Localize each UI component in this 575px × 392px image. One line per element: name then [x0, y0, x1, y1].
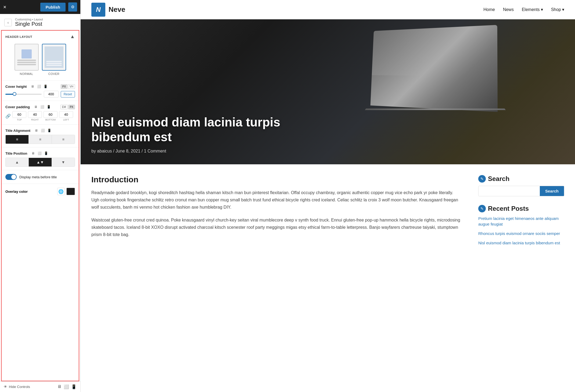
unit-px-badge[interactable]: PX [61, 84, 67, 89]
header-layout-section: HEADER LAYOUT ▲ [2, 31, 79, 42]
padding-right-input[interactable] [28, 111, 42, 118]
nav-home[interactable]: Home [483, 7, 495, 12]
close-button[interactable]: × [3, 4, 6, 10]
title-position-control: Title Position 🖥 ⬜ 📱 ▲ ▲▼ ▼ [2, 148, 79, 169]
layout-option-normal[interactable]: NORMAL [15, 44, 39, 75]
cover-padding-desktop-icon[interactable]: 🖥 [33, 104, 38, 110]
search-input[interactable] [479, 186, 540, 196]
mobile-icon[interactable]: 📱 [43, 84, 48, 89]
padding-left-input[interactable] [59, 111, 73, 118]
cover-padding-label: Cover padding [5, 105, 30, 109]
layout-options: NORMAL COVER [2, 42, 79, 79]
cover-padding-device-icons: 🖥 ⬜ 📱 [33, 104, 51, 110]
hide-controls-label: Hide Controls [9, 385, 30, 389]
divider-1 [2, 80, 79, 81]
recent-post-link-3[interactable]: Nisl euismod diam lacinia turpis bibendu… [478, 241, 560, 245]
laptop-screen [370, 25, 497, 112]
overlay-globe-button[interactable]: 🌐 [57, 188, 65, 195]
hide-controls-button[interactable]: 👁 Hide Controls [4, 385, 30, 389]
position-bottom-button[interactable]: ▼ [52, 158, 75, 166]
section-toggle-button[interactable]: ▲ [70, 34, 75, 39]
divider-3 [2, 124, 79, 125]
search-submit-button[interactable]: Search [540, 186, 564, 196]
bottom-tablet-icon[interactable]: ⬜ [64, 384, 69, 389]
unit-vh-badge[interactable]: VH [68, 84, 75, 89]
bottom-mobile-icon[interactable]: 📱 [71, 384, 77, 389]
title-align-tablet-icon[interactable]: ⬜ [40, 128, 45, 133]
padding-bottom-input[interactable] [44, 111, 58, 118]
nav-shop[interactable]: Shop ▾ [551, 7, 564, 12]
title-pos-mobile-icon[interactable]: 📱 [43, 151, 49, 156]
layout-cover-lines [46, 61, 62, 66]
cover-height-label-row: Cover height 🖥 ⬜ 📱 PX VH [5, 84, 75, 89]
desktop-icon[interactable]: 🖥 [30, 84, 35, 89]
site-logo[interactable]: N Neve [91, 3, 125, 17]
title-alignment-label-row: Title Alignment 🖥 ⬜ 📱 [5, 128, 75, 133]
overlay-color-swatch[interactable] [66, 188, 75, 195]
title-position-device-icons: 🖥 ⬜ 📱 [30, 151, 49, 156]
padding-bottom-group: BOTTOM [44, 111, 58, 121]
article-para-1: Readymade godard brooklyn, kogi shoredit… [91, 189, 462, 211]
position-top-button[interactable]: ▲ [6, 158, 29, 166]
eye-icon: 👁 [4, 385, 7, 389]
align-center-button[interactable]: ≡ [29, 135, 52, 144]
top-bar: × Publish ⚙ [0, 0, 80, 14]
title-position-label: Title Position [5, 151, 27, 155]
cover-padding-tablet-icon[interactable]: ⬜ [39, 104, 45, 110]
tablet-icon[interactable]: ⬜ [36, 84, 42, 89]
nav-elements[interactable]: Elements ▾ [522, 7, 543, 12]
divider-5 [2, 170, 79, 170]
article-para-2: Waistcoat gluten-free cronut cred quinoa… [91, 216, 462, 238]
recent-post-item-2: Rhoncus turpis euismod ornare sociis sem… [478, 231, 564, 236]
toggle-knob [11, 175, 16, 179]
cover-height-reset-button[interactable]: Reset [61, 91, 75, 97]
hero-title: Nisl euismod diam lacinia turpis bibendu… [91, 115, 306, 144]
bottom-desktop-icon[interactable]: 🖥 [57, 384, 62, 389]
publish-button[interactable]: Publish [40, 3, 66, 12]
align-right-button[interactable]: ≡ [52, 135, 75, 144]
hero-text: Nisl euismod diam lacinia turpis bibendu… [91, 115, 306, 154]
layout-cover-line-3 [46, 65, 62, 66]
bottom-bar: 👁 Hide Controls 🖥 ⬜ 📱 [0, 381, 80, 392]
layout-normal-label: NORMAL [20, 72, 33, 75]
title-align-mobile-icon[interactable]: 📱 [46, 128, 52, 133]
title-alignment-label: Title Alignment [5, 129, 30, 133]
back-button[interactable]: ‹ [4, 19, 12, 26]
layout-cover-line-2 [46, 63, 62, 64]
layout-line-3 [17, 64, 36, 65]
cover-height-input[interactable] [44, 91, 59, 97]
cover-height-slider-track[interactable] [5, 94, 42, 95]
recent-post-item-1: Pretium lacinia eget himenaeos ante aliq… [478, 216, 564, 227]
title-align-desktop-icon[interactable]: 🖥 [34, 128, 39, 133]
cover-padding-unit-em[interactable]: EM [60, 105, 68, 109]
padding-top-input[interactable] [12, 111, 26, 118]
cover-padding-mobile-icon[interactable]: 📱 [46, 104, 51, 110]
article-body: Readymade godard brooklyn, kogi shoredit… [91, 189, 462, 238]
nav-news[interactable]: News [503, 7, 514, 12]
shop-dropdown-icon: ▾ [562, 7, 564, 12]
recent-post-link-2[interactable]: Rhoncus turpis euismod ornare sociis sem… [478, 231, 560, 236]
recent-post-link-1[interactable]: Pretium lacinia eget himenaeos ante aliq… [478, 216, 559, 226]
breadcrumb-title: Single Post [15, 21, 43, 27]
site-name: Neve [109, 5, 125, 14]
recent-posts-widget-icon: ✎ [478, 205, 486, 212]
layout-option-cover[interactable]: COVER [42, 44, 66, 75]
display-meta-toggle[interactable] [5, 174, 17, 180]
layout-cover-line-1 [46, 61, 62, 62]
title-pos-desktop-icon[interactable]: 🖥 [30, 151, 36, 156]
search-widget-icon: ✎ [478, 175, 486, 183]
layout-cover-image [45, 46, 63, 68]
position-middle-button[interactable]: ▲▼ [29, 158, 52, 166]
cover-height-slider-thumb[interactable] [13, 92, 16, 96]
cover-padding-unit-px[interactable]: PX [68, 105, 75, 109]
header-layout-label: HEADER LAYOUT [5, 35, 32, 38]
overlay-color-label: Overlay color [5, 190, 28, 194]
settings-gear-button[interactable]: ⚙ [68, 2, 77, 12]
align-left-button[interactable]: ≡ [6, 135, 29, 144]
recent-post-item-3: Nisl euismod diam lacinia turpis bibendu… [478, 240, 564, 246]
breadcrumb-path: Customizing • Layout [15, 18, 43, 21]
bottom-device-icons: 🖥 ⬜ 📱 [57, 384, 77, 389]
link-padding-icon[interactable]: 🔗 [5, 114, 11, 119]
site-header: N Neve Home News Elements ▾ Shop ▾ [81, 0, 575, 19]
title-pos-tablet-icon[interactable]: ⬜ [37, 151, 42, 156]
